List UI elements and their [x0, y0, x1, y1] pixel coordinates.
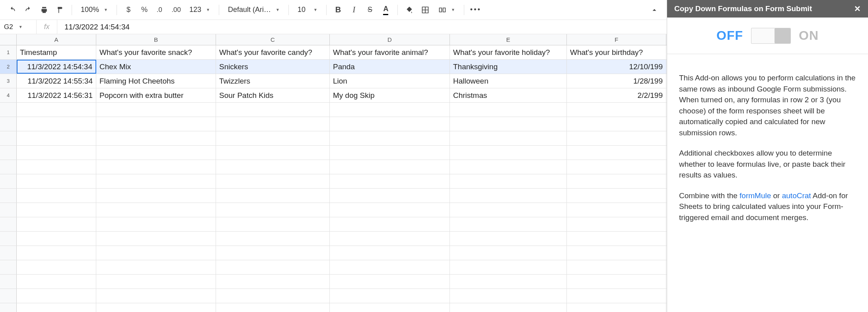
- cell[interactable]: [17, 103, 96, 117]
- cell[interactable]: [96, 160, 216, 174]
- cell[interactable]: [17, 146, 96, 160]
- redo-button[interactable]: [21, 3, 35, 17]
- row-header[interactable]: [0, 146, 17, 160]
- cell[interactable]: [17, 160, 96, 174]
- close-icon[interactable]: ✕: [854, 4, 861, 14]
- cell[interactable]: [450, 146, 567, 160]
- increase-decimal-button[interactable]: .00: [169, 3, 183, 17]
- cell[interactable]: [567, 174, 666, 188]
- col-header-A[interactable]: A: [17, 34, 96, 45]
- paint-format-button[interactable]: [53, 3, 67, 17]
- select-all-corner[interactable]: [0, 34, 17, 45]
- cell[interactable]: [17, 289, 96, 303]
- cell[interactable]: [450, 103, 567, 117]
- cell[interactable]: [96, 275, 216, 289]
- cell[interactable]: [330, 246, 450, 260]
- format-percent-button[interactable]: %: [138, 3, 151, 17]
- cell[interactable]: [96, 246, 216, 260]
- cell[interactable]: Sour Patch Kids: [216, 88, 330, 102]
- cell[interactable]: Twizzlers: [216, 74, 330, 88]
- cell[interactable]: [17, 189, 96, 203]
- cell[interactable]: [567, 103, 666, 117]
- cell[interactable]: What's your favorite candy?: [216, 45, 330, 59]
- bold-button[interactable]: B: [331, 3, 345, 17]
- cell[interactable]: Snickers: [216, 60, 330, 74]
- number-format-select[interactable]: 123▼: [185, 3, 214, 17]
- cell[interactable]: [567, 146, 666, 160]
- cell[interactable]: [330, 260, 450, 274]
- cell[interactable]: [330, 203, 450, 217]
- row-header[interactable]: [0, 289, 17, 303]
- cell[interactable]: [450, 232, 567, 246]
- cell[interactable]: [450, 160, 567, 174]
- cell[interactable]: [96, 232, 216, 246]
- cell[interactable]: What's your favorite animal?: [330, 45, 450, 59]
- cell[interactable]: [330, 232, 450, 246]
- cell[interactable]: [450, 217, 567, 231]
- borders-button[interactable]: [418, 3, 432, 17]
- cell[interactable]: [96, 203, 216, 217]
- row-header[interactable]: [0, 131, 17, 145]
- print-button[interactable]: [37, 3, 51, 17]
- row-header[interactable]: [0, 303, 17, 312]
- cell[interactable]: 1/28/199: [567, 74, 666, 88]
- row-header[interactable]: [0, 189, 17, 203]
- cell[interactable]: [567, 232, 666, 246]
- cell[interactable]: [450, 260, 567, 274]
- collapse-toolbar-button[interactable]: [648, 3, 661, 17]
- cell[interactable]: [450, 117, 567, 131]
- col-header-C[interactable]: C: [216, 34, 330, 45]
- row-header[interactable]: 3: [0, 74, 17, 88]
- cell[interactable]: [216, 146, 330, 160]
- cell[interactable]: [216, 303, 330, 312]
- cell[interactable]: [96, 174, 216, 188]
- cell[interactable]: [96, 146, 216, 160]
- cell[interactable]: [450, 246, 567, 260]
- cell[interactable]: [216, 275, 330, 289]
- cell[interactable]: [17, 203, 96, 217]
- cell[interactable]: [330, 189, 450, 203]
- row-header[interactable]: [0, 217, 17, 231]
- col-header-D[interactable]: D: [330, 34, 450, 45]
- cell[interactable]: [96, 289, 216, 303]
- cell[interactable]: Christmas: [450, 88, 567, 102]
- cell[interactable]: [450, 174, 567, 188]
- cell[interactable]: What's your favorite snack?: [96, 45, 216, 59]
- cell[interactable]: [567, 117, 666, 131]
- cell[interactable]: [567, 260, 666, 274]
- undo-button[interactable]: [6, 3, 19, 17]
- link-autocrat[interactable]: autoCrat: [782, 191, 811, 200]
- cell[interactable]: [567, 203, 666, 217]
- cell[interactable]: Chex Mix: [96, 60, 216, 74]
- toggle-switch[interactable]: [751, 28, 791, 44]
- cell[interactable]: [567, 189, 666, 203]
- cell[interactable]: [216, 203, 330, 217]
- font-select[interactable]: Default (Ari…▼: [224, 3, 284, 17]
- cell[interactable]: My dog Skip: [330, 88, 450, 102]
- cell[interactable]: [216, 232, 330, 246]
- formula-input[interactable]: 11/3/2022 14:54:34: [57, 23, 137, 31]
- strikethrough-button[interactable]: S: [363, 3, 377, 17]
- cell[interactable]: [96, 103, 216, 117]
- cell[interactable]: 11/3/2022 14:56:31: [17, 88, 96, 102]
- cell[interactable]: [216, 160, 330, 174]
- cell[interactable]: [216, 189, 330, 203]
- cell[interactable]: [567, 303, 666, 312]
- format-currency-button[interactable]: $: [122, 3, 135, 17]
- cell[interactable]: [216, 103, 330, 117]
- fill-color-button[interactable]: [403, 3, 416, 17]
- cell[interactable]: [17, 275, 96, 289]
- cell[interactable]: 12/10/199: [567, 60, 666, 74]
- cell[interactable]: Lion: [330, 74, 450, 88]
- cell[interactable]: [17, 303, 96, 312]
- cell[interactable]: Panda: [330, 60, 450, 74]
- cell[interactable]: [216, 131, 330, 145]
- cell[interactable]: [567, 160, 666, 174]
- cell[interactable]: [330, 289, 450, 303]
- cell[interactable]: Halloween: [450, 74, 567, 88]
- cell[interactable]: [96, 117, 216, 131]
- italic-button[interactable]: I: [347, 3, 361, 17]
- cell[interactable]: [96, 217, 216, 231]
- cell[interactable]: [567, 246, 666, 260]
- row-header[interactable]: [0, 203, 17, 217]
